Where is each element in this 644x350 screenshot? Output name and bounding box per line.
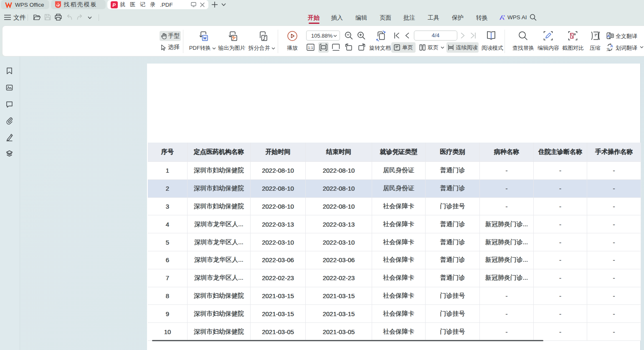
- svg-text:A: A: [607, 33, 610, 38]
- svg-text:1:1: 1:1: [308, 46, 313, 50]
- svg-text:P: P: [113, 3, 116, 8]
- svg-text:A: A: [610, 44, 613, 48]
- svg-text:文: 文: [606, 47, 610, 51]
